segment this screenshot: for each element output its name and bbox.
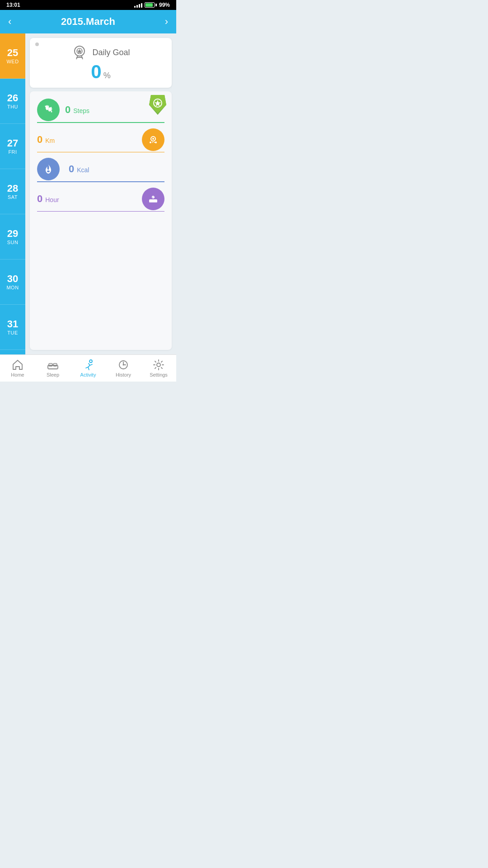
home-icon: [12, 359, 23, 371]
nav-activity-label: Activity: [80, 372, 96, 377]
svg-rect-32: [49, 363, 52, 366]
hour-value: 0: [37, 193, 42, 205]
goal-unit: %: [103, 71, 111, 80]
goal-value-container: 0 %: [91, 62, 110, 81]
nav-settings[interactable]: Settings: [141, 359, 176, 377]
km-unit: Km: [45, 137, 55, 144]
calendar-day-25[interactable]: 25 WED: [0, 33, 25, 79]
nav-home-label: Home: [11, 372, 24, 377]
cal-day-name-26: THU: [7, 104, 18, 109]
month-title: 2015.March: [61, 16, 115, 28]
hour-unit: Hour: [45, 196, 59, 203]
bottom-nav: Home Sleep Activity History: [0, 354, 176, 382]
svg-point-17: [51, 108, 52, 110]
status-bar: 13:01 99%: [0, 0, 176, 10]
steps-unit: Steps: [73, 107, 89, 114]
battery-icon: [145, 2, 157, 8]
sleep-icon: [47, 359, 59, 371]
cal-day-name-27: FRI: [8, 149, 17, 155]
daily-goal-label: Daily Goal: [92, 48, 130, 57]
main-content: 25 WED 26 THU 27 FRI 28 SAT 29 SUN 30 MO…: [0, 33, 176, 354]
kcal-icon: [37, 158, 60, 180]
time-display: 13:01: [6, 2, 20, 8]
calendar-day-31[interactable]: 31 TUE: [0, 305, 25, 350]
svg-point-21: [152, 138, 154, 140]
activity-icon: [82, 359, 94, 371]
cal-day-num-25: 25: [7, 47, 18, 58]
status-icons: 99%: [134, 2, 170, 8]
daily-goal-card: Daily Goal 0 %: [30, 38, 172, 88]
calendar-sidebar: 25 WED 26 THU 27 FRI 28 SAT 29 SUN 30 MO…: [0, 33, 25, 354]
nav-home[interactable]: Home: [0, 359, 35, 377]
right-panel: Daily Goal 0 %: [25, 33, 176, 354]
km-value: 0: [37, 134, 42, 146]
svg-rect-33: [53, 363, 57, 366]
award-icon: [71, 44, 88, 61]
cal-day-name-30: MON: [6, 285, 19, 290]
hour-divider: [37, 211, 164, 212]
next-month-button[interactable]: ›: [165, 16, 168, 28]
svg-point-24: [155, 142, 157, 143]
km-values: 0 Km: [37, 134, 142, 146]
svg-point-12: [45, 106, 47, 107]
history-icon: [117, 359, 129, 371]
cal-day-num-26: 26: [7, 93, 18, 104]
cal-day-num-30: 30: [7, 274, 18, 284]
steps-icon: [37, 99, 60, 121]
steps-row: 0 Steps: [37, 99, 164, 123]
kcal-values: 0 Kcal: [65, 163, 164, 175]
kcal-divider: [37, 181, 164, 182]
nav-sleep-label: Sleep: [47, 372, 59, 377]
calendar-day-26[interactable]: 26 THU: [0, 79, 25, 124]
svg-point-25: [47, 170, 50, 172]
svg-point-38: [123, 364, 124, 366]
svg-point-19: [51, 111, 52, 113]
achievement-badge-icon: [149, 95, 166, 115]
month-header: ‹ 2015.March ›: [0, 10, 176, 33]
nav-sleep[interactable]: Sleep: [35, 359, 70, 377]
nav-activity[interactable]: Activity: [70, 359, 106, 377]
nav-settings-label: Settings: [150, 372, 168, 377]
svg-text:z: z: [154, 195, 155, 197]
steps-value: 0: [65, 104, 70, 116]
stats-card: 0 Steps 0 Km: [30, 91, 172, 350]
hour-row: 0 Hour z z: [37, 188, 164, 212]
cal-day-name-25: WED: [6, 59, 19, 64]
calendar-day-29[interactable]: 29 SUN: [0, 214, 25, 259]
calendar-day-27[interactable]: 27 FRI: [0, 124, 25, 169]
calendar-day-28[interactable]: 28 SAT: [0, 169, 25, 214]
km-row: 0 Km: [37, 128, 164, 153]
svg-point-18: [51, 110, 52, 111]
goal-header: Daily Goal: [71, 44, 130, 61]
svg-point-14: [48, 106, 49, 107]
calendar-day-30[interactable]: 30 MON: [0, 259, 25, 305]
svg-point-13: [47, 105, 48, 107]
svg-rect-27: [149, 201, 157, 203]
km-icon: [142, 128, 164, 151]
svg-point-23: [150, 142, 151, 143]
svg-point-16: [51, 107, 52, 108]
goal-value: 0: [91, 62, 101, 81]
cal-day-name-31: TUE: [7, 330, 18, 335]
cal-day-num-29: 29: [7, 228, 18, 239]
prev-month-button[interactable]: ‹: [8, 16, 11, 28]
cal-day-name-28: SAT: [8, 194, 18, 200]
km-divider: [37, 152, 164, 153]
cal-day-num-31: 31: [7, 319, 18, 330]
nav-history-label: History: [116, 372, 131, 377]
kcal-value: 0: [69, 163, 74, 175]
steps-divider: [37, 122, 164, 123]
signal-icon: [134, 2, 142, 8]
svg-point-39: [157, 363, 160, 367]
kcal-row: 0 Kcal: [37, 158, 164, 182]
nav-history[interactable]: History: [106, 359, 141, 377]
svg-point-15: [48, 107, 49, 108]
hour-values: 0 Hour: [37, 193, 142, 205]
card-dot: [35, 42, 39, 46]
cal-day-num-28: 28: [7, 183, 18, 194]
svg-point-34: [89, 360, 92, 363]
cal-day-name-29: SUN: [7, 240, 19, 245]
settings-icon: [153, 359, 164, 371]
kcal-unit: Kcal: [77, 166, 89, 174]
battery-percent: 99%: [159, 2, 170, 8]
